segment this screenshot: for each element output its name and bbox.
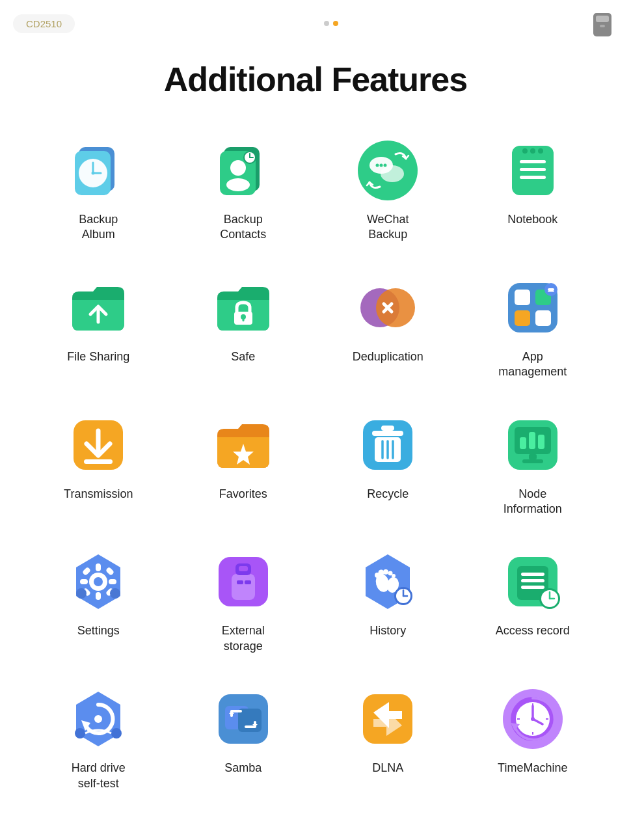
svg-rect-1 bbox=[596, 16, 609, 22]
icon-file-sharing bbox=[66, 275, 131, 340]
item-app-management[interactable]: Appmanagement bbox=[461, 262, 606, 400]
item-settings[interactable]: Settings bbox=[26, 536, 171, 673]
device-title: CD2510 bbox=[13, 14, 75, 33]
svg-rect-47 bbox=[372, 431, 403, 436]
svg-point-104 bbox=[111, 728, 122, 738]
item-wechat-backup[interactable]: WeChatBackup bbox=[316, 125, 461, 262]
svg-rect-2 bbox=[600, 25, 605, 27]
svg-rect-78 bbox=[245, 580, 251, 584]
svg-rect-42 bbox=[548, 291, 554, 292]
label-external-storage: Externalstorage bbox=[222, 623, 265, 654]
label-node-information: NodeInformation bbox=[503, 487, 562, 517]
features-grid: BackupAlbum BackupContacts bbox=[0, 125, 631, 837]
label-history: History bbox=[369, 623, 406, 638]
label-backup-contacts: BackupContacts bbox=[220, 212, 266, 243]
item-backup-album[interactable]: BackupAlbum bbox=[26, 125, 171, 262]
icon-external-storage bbox=[211, 549, 276, 614]
icon-safe bbox=[211, 275, 276, 340]
svg-rect-41 bbox=[548, 288, 554, 291]
svg-rect-76 bbox=[239, 566, 248, 571]
icon-history bbox=[355, 549, 420, 614]
item-deduplication[interactable]: Deduplication bbox=[316, 262, 461, 400]
item-recycle[interactable]: Recycle bbox=[316, 400, 461, 537]
svg-rect-74 bbox=[232, 574, 255, 600]
icon-recycle bbox=[355, 413, 420, 478]
item-dlna[interactable]: DLNA bbox=[316, 673, 461, 811]
svg-rect-56 bbox=[529, 432, 535, 449]
svg-rect-39 bbox=[535, 310, 551, 326]
svg-rect-32 bbox=[242, 317, 244, 321]
label-dlna: DLNA bbox=[372, 761, 403, 776]
icon-transmission bbox=[66, 413, 131, 478]
item-node-information[interactable]: NodeInformation bbox=[461, 400, 606, 537]
item-external-storage[interactable]: Externalstorage bbox=[171, 536, 316, 673]
svg-point-22 bbox=[384, 164, 387, 167]
svg-rect-59 bbox=[522, 459, 543, 463]
svg-rect-44 bbox=[84, 459, 113, 464]
item-favorites[interactable]: Favorites bbox=[171, 400, 316, 537]
label-favorites: Favorites bbox=[219, 487, 267, 502]
icon-access-record bbox=[500, 549, 565, 614]
svg-point-19 bbox=[381, 165, 404, 182]
label-safe: Safe bbox=[231, 349, 255, 364]
svg-point-114 bbox=[531, 717, 535, 721]
label-transmission: Transmission bbox=[64, 487, 133, 502]
svg-point-71 bbox=[76, 588, 87, 599]
svg-rect-55 bbox=[520, 437, 526, 449]
label-backup-album: BackupAlbum bbox=[79, 212, 118, 243]
label-samba: Samba bbox=[224, 761, 262, 776]
label-access-record: Access record bbox=[496, 623, 570, 638]
svg-point-103 bbox=[75, 728, 85, 738]
icon-backup-contacts bbox=[211, 138, 276, 203]
svg-rect-64 bbox=[96, 592, 101, 600]
label-timemachine: TimeMachine bbox=[498, 761, 567, 776]
icon-wechat-backup bbox=[355, 138, 420, 203]
label-wechat-backup: WeChatBackup bbox=[367, 212, 409, 243]
pagination-dots bbox=[324, 21, 338, 26]
label-deduplication: Deduplication bbox=[353, 349, 423, 364]
svg-rect-26 bbox=[520, 176, 546, 179]
icon-favorites bbox=[211, 413, 276, 478]
device-icon bbox=[587, 8, 618, 39]
svg-rect-66 bbox=[109, 579, 116, 584]
svg-rect-77 bbox=[237, 580, 243, 584]
svg-point-62 bbox=[94, 577, 103, 586]
item-safe[interactable]: Safe bbox=[171, 262, 316, 400]
svg-point-27 bbox=[522, 148, 528, 154]
svg-rect-25 bbox=[520, 168, 546, 171]
item-timemachine[interactable]: TimeMachine bbox=[461, 673, 606, 811]
icon-hard-drive bbox=[66, 686, 131, 752]
svg-rect-57 bbox=[538, 435, 544, 449]
icon-notebook bbox=[500, 138, 565, 203]
item-notebook[interactable]: Notebook bbox=[461, 125, 606, 262]
icon-backup-album bbox=[66, 138, 131, 203]
svg-point-11 bbox=[230, 160, 246, 176]
item-access-record[interactable]: Access record bbox=[461, 536, 606, 673]
item-transmission[interactable]: Transmission bbox=[26, 400, 171, 537]
label-app-management: Appmanagement bbox=[498, 349, 567, 380]
item-samba[interactable]: Samba bbox=[171, 673, 316, 811]
item-hard-drive[interactable]: Hard driveself-test bbox=[26, 673, 171, 811]
svg-rect-38 bbox=[515, 310, 530, 326]
label-recycle: Recycle bbox=[367, 487, 409, 502]
svg-point-34 bbox=[376, 288, 415, 327]
item-history[interactable]: History bbox=[316, 536, 461, 673]
svg-point-8 bbox=[92, 172, 95, 175]
svg-point-83 bbox=[383, 569, 388, 575]
icon-app-management bbox=[500, 275, 565, 340]
item-file-sharing[interactable]: File Sharing bbox=[26, 262, 171, 400]
svg-point-72 bbox=[110, 588, 120, 599]
icon-dlna bbox=[355, 686, 420, 752]
label-notebook: Notebook bbox=[507, 212, 557, 227]
icon-samba bbox=[211, 686, 276, 752]
icon-node-information bbox=[500, 413, 565, 478]
svg-rect-58 bbox=[529, 454, 537, 459]
icon-settings bbox=[66, 549, 131, 614]
svg-point-28 bbox=[530, 148, 535, 154]
svg-rect-94 bbox=[521, 579, 544, 582]
item-backup-contacts[interactable]: BackupContacts bbox=[171, 125, 316, 262]
svg-point-29 bbox=[538, 148, 543, 154]
top-bar: CD2510 bbox=[0, 0, 631, 47]
svg-rect-24 bbox=[520, 160, 546, 163]
dot-2 bbox=[333, 21, 338, 26]
